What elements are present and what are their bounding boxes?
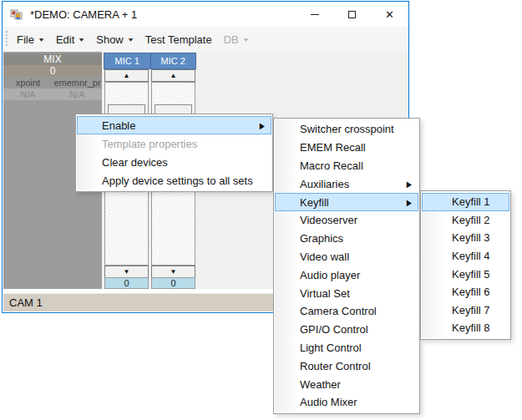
minimize-button[interactable]: [296, 2, 333, 27]
status-text: CAM 1: [9, 296, 43, 309]
close-button[interactable]: ✕: [371, 2, 408, 27]
enable-submenu-item-camera-control[interactable]: Camera Control: [275, 302, 418, 321]
spin-up-button-mic-2[interactable]: ▲: [151, 69, 195, 82]
mixer-column-headers: xpoint ememnr_pr: [3, 77, 102, 89]
mixer-title: MIX: [43, 53, 61, 65]
menu-item-label: Audio Mixer: [300, 396, 357, 408]
context-menu: Enable▶Template propertiesClear devicesA…: [75, 114, 273, 192]
menubar-item-test-template[interactable]: Test Template: [139, 29, 218, 50]
menu-item-label: GPI/O Control: [300, 323, 368, 336]
fader-value-row: 00: [104, 277, 196, 289]
menubar-item-show[interactable]: Show▼: [90, 29, 139, 50]
menu-item-label: Auxiliaries: [300, 178, 349, 190]
menubar-item-edit[interactable]: Edit▼: [50, 29, 90, 50]
keyfill-submenu: Keyfill 1Keyfill 2Keyfill 3Keyfill 4Keyf…: [420, 190, 511, 340]
menubar-item-label: DB: [224, 33, 239, 46]
mic-header-row: MIC 1MIC 2: [104, 53, 196, 69]
fader-value-mic-2[interactable]: 0: [151, 277, 195, 289]
maximize-icon: [348, 11, 356, 18]
menu-item-label: Keyfill 3: [452, 231, 490, 244]
fader-value-mic-1[interactable]: 0: [104, 277, 149, 289]
menu-item-label: Video wall: [300, 250, 349, 263]
menu-bar: File▼Edit▼Show▼Test TemplateDB▼: [3, 27, 408, 52]
enable-submenu-item-videoserver[interactable]: Videoserver: [275, 211, 418, 230]
spin-up-row: ▲▲: [104, 69, 196, 82]
submenu-arrow-icon: ▶: [407, 180, 412, 189]
mic-column-header-mic-1: MIC 1: [104, 53, 150, 68]
keyfill-submenu-item-keyfill-7[interactable]: Keyfill 7: [422, 301, 509, 320]
enable-submenu-item-emem-recall[interactable]: EMEM Recall: [275, 139, 418, 157]
toolstrip-grip-icon[interactable]: [6, 31, 8, 48]
context-menu-item-apply-device-settings-to-all-sets[interactable]: Apply device settings to all sets: [77, 171, 271, 190]
close-icon: ✕: [385, 8, 394, 21]
col-header-ememnr: ememnr_pr: [53, 78, 102, 88]
keyfill-submenu-item-keyfill-2[interactable]: Keyfill 2: [422, 211, 509, 230]
menu-item-label: Graphics: [300, 232, 343, 245]
menu-item-label: Clear devices: [102, 156, 168, 169]
menubar-item-label: Show: [96, 33, 124, 46]
col-value-ememnr: N/A: [53, 89, 102, 99]
spin-down-button-mic-2[interactable]: ▼: [151, 266, 195, 278]
enable-submenu: Switcher crosspointEMEM RecallMacro Reca…: [273, 118, 420, 414]
enable-submenu-item-audio-mixer[interactable]: Audio Mixer: [275, 393, 418, 412]
menu-item-label: Keyfill 6: [452, 286, 490, 298]
dropdown-arrow-icon: ▼: [78, 37, 85, 43]
menu-item-label: Light Control: [300, 342, 362, 354]
menu-item-label: Camera Control: [300, 305, 377, 317]
enable-submenu-item-graphics[interactable]: Graphics: [275, 230, 418, 248]
menu-item-label: Keyfill 8: [452, 321, 490, 334]
menu-item-label: Template properties: [102, 138, 197, 150]
enable-submenu-item-weather[interactable]: Weather: [275, 375, 418, 393]
enable-submenu-item-switcher-crosspoint[interactable]: Switcher crosspoint: [275, 120, 418, 139]
menubar-item-db: DB▼: [218, 29, 255, 50]
enable-submenu-item-audio-player[interactable]: Audio player: [275, 266, 418, 284]
menubar-item-label: File: [17, 33, 34, 46]
menu-item-label: Switcher crosspoint: [300, 123, 394, 135]
app-icon: [10, 8, 23, 21]
keyfill-submenu-item-keyfill-8[interactable]: Keyfill 8: [422, 319, 509, 337]
menu-item-label: Keyfill 1: [452, 195, 490, 208]
submenu-arrow-icon: ▶: [260, 120, 265, 129]
menu-item-label: Videoserver: [300, 214, 357, 226]
spin-up-button-mic-1[interactable]: ▲: [104, 69, 149, 82]
submenu-arrow-icon: ▶: [407, 197, 412, 206]
menu-item-label: Virtual Set: [300, 287, 350, 300]
mic-column-header-mic-2: MIC 2: [150, 53, 196, 68]
enable-submenu-item-light-control[interactable]: Light Control: [275, 339, 418, 357]
menu-item-label: Keyfill 7: [452, 304, 490, 316]
title-bar[interactable]: *DEMO: CAMERA + 1 ✕: [3, 2, 408, 27]
context-menu-item-template-properties: Template properties: [77, 134, 271, 153]
mixer-column-values: N/A N/A: [3, 89, 102, 100]
keyfill-submenu-item-keyfill-6[interactable]: Keyfill 6: [422, 283, 509, 301]
maximize-button[interactable]: [333, 2, 371, 27]
menu-item-label: Router Control: [300, 360, 371, 372]
keyfill-submenu-item-keyfill-5[interactable]: Keyfill 5: [422, 265, 509, 283]
enable-submenu-item-router-control[interactable]: Router Control: [275, 357, 418, 375]
enable-submenu-item-keyfill[interactable]: Keyfill▶: [275, 193, 418, 211]
menu-item-label: Keyfill 2: [452, 214, 490, 226]
spin-down-row: ▼▼: [104, 266, 196, 278]
col-header-xpoint: xpoint: [3, 78, 53, 88]
mixer-value-row[interactable]: 0: [3, 65, 102, 77]
menu-item-label: Enable: [102, 119, 135, 132]
enable-submenu-item-video-wall[interactable]: Video wall: [275, 248, 418, 266]
minimize-icon: [311, 14, 319, 15]
desktop-background: *DEMO: CAMERA + 1 ✕ File▼Edit▼Show▼Test …: [0, 0, 522, 420]
enable-submenu-item-macro-recall[interactable]: Macro Recall: [275, 157, 418, 175]
enable-submenu-item-gpi-o-control[interactable]: GPI/O Control: [275, 321, 418, 339]
context-menu-item-clear-devices[interactable]: Clear devices: [77, 153, 271, 171]
keyfill-submenu-item-keyfill-3[interactable]: Keyfill 3: [422, 229, 509, 247]
menubar-item-file[interactable]: File▼: [11, 29, 50, 50]
menubar-item-label: Edit: [56, 33, 74, 46]
keyfill-submenu-item-keyfill-1[interactable]: Keyfill 1: [422, 193, 509, 211]
menu-item-label: Audio player: [300, 269, 360, 281]
mixer-title-row[interactable]: MIX: [3, 53, 102, 65]
keyfill-submenu-item-keyfill-4[interactable]: Keyfill 4: [422, 247, 509, 266]
menu-item-label: Keyfill: [300, 196, 329, 209]
menu-item-label: Keyfill 5: [452, 268, 490, 281]
context-menu-item-enable[interactable]: Enable▶: [77, 116, 271, 134]
spin-down-button-mic-1[interactable]: ▼: [104, 266, 149, 278]
enable-submenu-item-auxiliaries[interactable]: Auxiliaries▶: [275, 175, 418, 193]
enable-submenu-item-virtual-set[interactable]: Virtual Set: [275, 284, 418, 302]
mixer-value: 0: [50, 65, 56, 77]
